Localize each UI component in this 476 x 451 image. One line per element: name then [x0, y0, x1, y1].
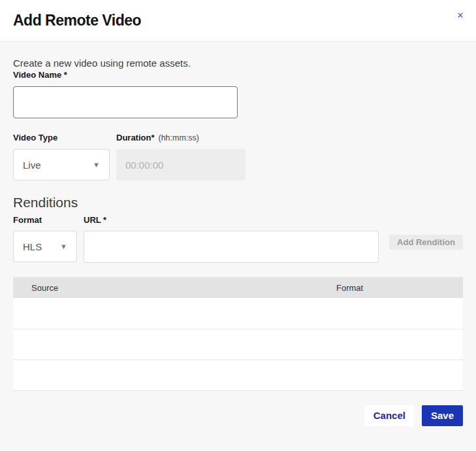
video-type-selected-value: Live — [23, 159, 41, 171]
renditions-table: Source Format — [13, 277, 463, 391]
duration-label: Duration*(hh:mm:ss) — [116, 133, 246, 143]
url-label: URL * — [84, 215, 106, 225]
save-button[interactable]: Save — [422, 405, 463, 426]
video-type-select[interactable]: Live ▼ — [13, 149, 110, 180]
video-name-input[interactable] — [13, 86, 238, 118]
modal-header: Add Remote Video ✕ — [0, 0, 476, 42]
modal-body: Create a new video using remote assets. … — [0, 42, 476, 451]
video-name-label: Video Name * — [13, 70, 67, 80]
modal-description: Create a new video using remote assets. — [13, 58, 463, 69]
format-label: Format — [13, 215, 84, 225]
video-type-field: Video Type Live ▼ — [13, 133, 110, 180]
duration-hint: (hh:mm:ss) — [159, 133, 200, 142]
url-input[interactable] — [84, 231, 379, 263]
renditions-heading: Renditions — [13, 195, 463, 210]
column-header-format: Format — [336, 277, 463, 298]
type-duration-row: Video Type Live ▼ Duration*(hh:mm:ss) — [13, 133, 463, 180]
duration-field: Duration*(hh:mm:ss) — [116, 133, 246, 180]
chevron-down-icon: ▼ — [93, 161, 100, 169]
modal-footer: Cancel Save — [13, 405, 463, 426]
close-button[interactable]: ✕ — [454, 9, 466, 21]
add-remote-video-modal: Add Remote Video ✕ Create a new video us… — [0, 0, 476, 451]
add-rendition-button[interactable]: Add Rendition — [389, 235, 463, 250]
duration-input — [116, 149, 246, 180]
column-header-source: Source — [13, 277, 336, 298]
table-row — [13, 329, 463, 359]
format-selected-value: HLS — [23, 241, 42, 252]
chevron-down-icon: ▼ — [60, 242, 67, 250]
video-type-label: Video Type — [13, 133, 110, 143]
modal-title: Add Remote Video — [13, 12, 141, 29]
table-row — [13, 298, 463, 329]
format-select[interactable]: HLS ▼ — [13, 231, 77, 262]
rendition-input-row: HLS ▼ Add Rendition — [13, 231, 463, 263]
table-header-row: Source Format — [13, 277, 463, 298]
rendition-labels-row: Format URL * — [13, 215, 463, 225]
cancel-button[interactable]: Cancel — [364, 405, 415, 426]
table-row — [13, 359, 463, 390]
close-icon: ✕ — [457, 11, 464, 20]
